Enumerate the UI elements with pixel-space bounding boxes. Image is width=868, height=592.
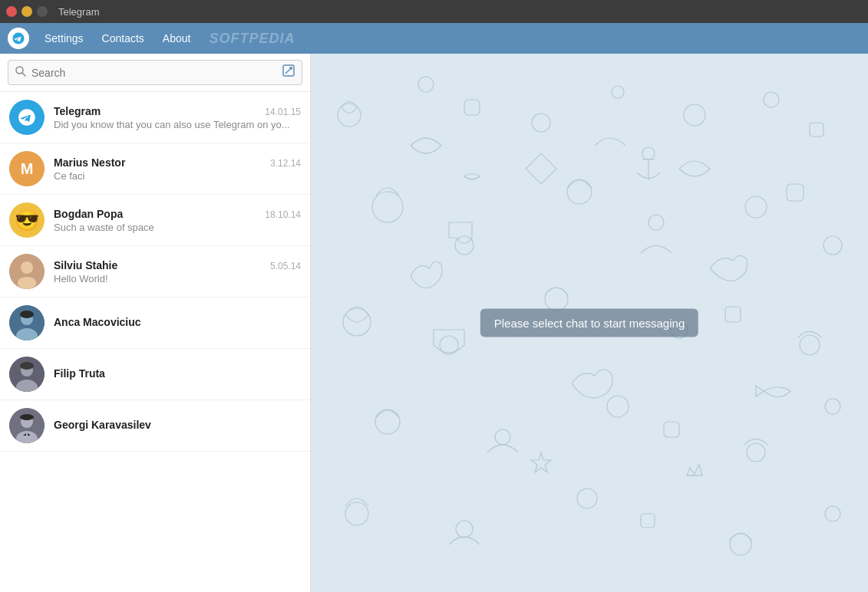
minimize-button[interactable]: [21, 6, 32, 17]
svg-point-31: [372, 192, 403, 222]
chat-top: Telegram 14.01.15: [54, 105, 301, 117]
chat-info: Marius Nestor 3.12.14 Ce faci: [54, 156, 301, 182]
svg-point-52: [577, 488, 597, 508]
app-title: Telegram: [58, 6, 99, 18]
list-item[interactable]: Georgi Karavasilev: [0, 400, 310, 452]
chat-info: Silviu Stahie 5.05.14 Hello World!: [54, 259, 301, 284]
svg-point-39: [440, 336, 458, 354]
svg-rect-47: [664, 422, 679, 437]
chat-name: Bogdan Popa: [54, 208, 123, 220]
svg-point-43: [800, 335, 820, 355]
chat-info: Filip Truta: [54, 367, 301, 381]
contacts-menu[interactable]: Contacts: [94, 29, 152, 48]
svg-point-50: [345, 502, 368, 525]
chat-time: 3.12.14: [270, 158, 301, 169]
close-button[interactable]: [6, 6, 17, 17]
svg-point-29: [764, 92, 779, 107]
svg-rect-30: [810, 123, 823, 136]
svg-rect-25: [464, 100, 480, 115]
avatar: M: [9, 151, 45, 186]
svg-point-37: [823, 236, 842, 255]
chat-top: Marius Nestor 3.12.14: [54, 156, 301, 169]
svg-rect-53: [641, 514, 655, 528]
svg-point-48: [747, 443, 765, 462]
chat-time: 5.05.14: [270, 261, 301, 271]
chat-name: Anca Macoviciuc: [54, 316, 141, 328]
svg-rect-42: [725, 307, 741, 322]
svg-marker-59: [531, 452, 551, 472]
chat-list: Telegram 14.01.15 Did you know that you …: [0, 92, 310, 592]
about-menu[interactable]: About: [155, 29, 199, 48]
svg-point-24: [418, 77, 434, 92]
svg-line-3: [285, 67, 292, 74]
search-bar: [0, 54, 310, 92]
chat-info: Georgi Karavasilev: [54, 419, 301, 432]
chat-info: Telegram 14.01.15 Did you know that you …: [54, 105, 301, 130]
search-icon: [15, 65, 27, 81]
svg-point-16: [20, 362, 34, 370]
chat-name: Georgi Karavasilev: [54, 419, 151, 431]
search-container: [8, 60, 302, 85]
svg-point-27: [612, 86, 624, 98]
svg-point-49: [825, 399, 840, 414]
list-item[interactable]: Telegram 14.01.15 Did you know that you …: [0, 92, 310, 143]
avatar: [9, 254, 45, 289]
chat-top: Silviu Stahie 5.05.14: [54, 259, 301, 271]
chat-top: Georgi Karavasilev: [54, 419, 301, 431]
svg-point-51: [456, 521, 473, 538]
svg-line-1: [22, 73, 25, 76]
settings-menu[interactable]: Settings: [37, 29, 91, 48]
svg-point-23: [338, 104, 361, 127]
svg-point-33: [567, 179, 592, 204]
main-layout: Telegram 14.01.15 Did you know that you …: [0, 54, 868, 592]
chat-time: 14.01.15: [265, 107, 301, 117]
svg-point-26: [532, 113, 550, 132]
empty-chat-message: Please select chat to start messaging: [480, 309, 698, 337]
chat-info: Bogdan Popa 18.10.14 Such a waste of spa…: [54, 208, 301, 233]
list-item[interactable]: Silviu Stahie 5.05.14 Hello World!: [0, 246, 310, 298]
titlebar: Telegram: [0, 0, 868, 23]
svg-point-12: [20, 311, 34, 318]
list-item[interactable]: M Marius Nestor 3.12.14 Ce faci: [0, 143, 310, 195]
avatar: [9, 100, 45, 135]
svg-point-54: [730, 534, 751, 555]
svg-point-56: [642, 147, 655, 160]
chat-preview: Ce faci: [54, 170, 301, 182]
svg-point-46: [607, 396, 629, 417]
chat-name: Filip Truta: [54, 367, 105, 380]
sidebar: Telegram 14.01.15 Did you know that you …: [0, 54, 311, 592]
chat-top: Filip Truta: [54, 367, 301, 380]
chat-panel: Please select chat to start messaging: [311, 54, 868, 592]
chat-top: Bogdan Popa 18.10.14: [54, 208, 301, 220]
svg-point-35: [745, 196, 767, 218]
chat-time: 18.10.14: [265, 209, 301, 220]
svg-point-8: [18, 277, 36, 289]
svg-point-55: [825, 506, 840, 521]
svg-point-28: [684, 104, 705, 126]
app-logo: [8, 28, 29, 49]
menubar: Settings Contacts About SOFTPEDIA: [0, 23, 868, 54]
maximize-button[interactable]: [37, 6, 48, 17]
svg-point-45: [495, 429, 510, 445]
chat-name: Marius Nestor: [54, 156, 125, 169]
avatar: [9, 408, 45, 443]
svg-point-38: [343, 308, 371, 336]
chat-name: Telegram: [54, 105, 101, 117]
avatar: 😎: [9, 202, 45, 238]
search-input[interactable]: [31, 67, 277, 79]
compose-icon[interactable]: [282, 64, 295, 81]
chat-name: Silviu Stahie: [54, 259, 117, 271]
list-item[interactable]: Anca Macoviciuc: [0, 298, 310, 349]
svg-point-7: [21, 261, 33, 274]
svg-point-40: [545, 288, 568, 311]
softpedia-watermark: SOFTPEDIA: [209, 31, 295, 47]
chat-preview: Did you know that you can also use Teleg…: [54, 119, 301, 130]
svg-point-20: [20, 414, 34, 420]
svg-point-44: [375, 409, 400, 434]
list-item[interactable]: Filip Truta: [0, 349, 310, 400]
list-item[interactable]: 😎 Bogdan Popa 18.10.14 Such a waste of s…: [0, 195, 310, 246]
avatar: [9, 305, 45, 340]
svg-point-32: [455, 236, 474, 255]
chat-preview: Such a waste of space: [54, 222, 301, 233]
avatar: [9, 357, 45, 392]
